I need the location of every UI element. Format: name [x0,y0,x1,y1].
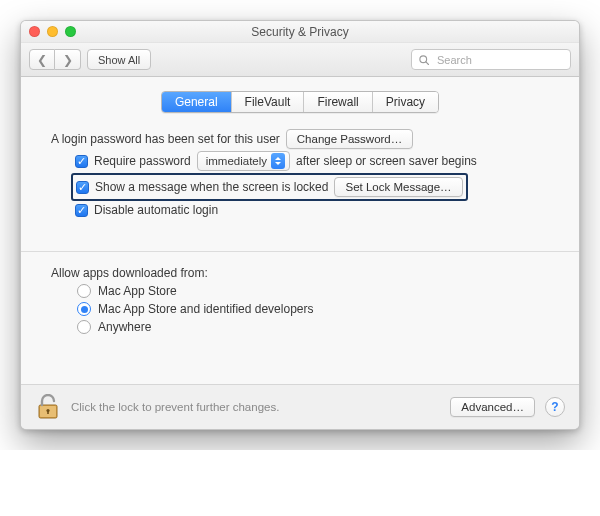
tab-general[interactable]: General [162,92,232,112]
help-button[interactable]: ? [545,397,565,417]
require-password-label: Require password [94,154,191,168]
allow-apps-heading: Allow apps downloaded from: [51,266,557,280]
radio-mac-app-store[interactable] [77,284,91,298]
nav-buttons: ❮ ❯ [29,49,81,70]
minimize-icon[interactable] [47,26,58,37]
login-password-text: A login password has been set for this u… [51,132,280,146]
tab-firewall[interactable]: Firewall [304,92,372,112]
forward-button[interactable]: ❯ [55,49,81,70]
window-title: Security & Privacy [251,25,348,39]
radio-identified-developers[interactable] [77,302,91,316]
footer: Click the lock to prevent further change… [21,384,579,429]
maximize-icon[interactable] [65,26,76,37]
login-password-section: A login password has been set for this u… [43,129,557,217]
search-input[interactable] [435,53,577,67]
preferences-window: Security & Privacy ❮ ❯ Show All General … [20,20,580,430]
advanced-button[interactable]: Advanced… [450,397,535,417]
allow-apps-section: Allow apps downloaded from: Mac App Stor… [51,266,557,334]
disable-auto-login-checkbox[interactable]: ✓ [75,204,88,217]
show-all-button[interactable]: Show All [87,49,151,70]
stepper-icon [271,153,285,169]
change-password-button[interactable]: Change Password… [286,129,413,149]
radio-label-2: Anywhere [98,320,151,334]
require-password-checkbox[interactable]: ✓ [75,155,88,168]
chevron-right-icon: ❯ [63,54,73,66]
svg-line-1 [426,61,429,64]
titlebar: Security & Privacy [21,21,579,43]
show-message-label: Show a message when the screen is locked [95,180,328,194]
tab-privacy[interactable]: Privacy [373,92,438,112]
radio-label-1: Mac App Store and identified developers [98,302,313,316]
lock-help-text: Click the lock to prevent further change… [71,401,440,413]
require-password-tail: after sleep or screen saver begins [296,154,477,168]
content-pane: General FileVault Firewall Privacy A log… [21,77,579,384]
tab-filevault[interactable]: FileVault [232,92,305,112]
tabs: General FileVault Firewall Privacy [161,91,439,113]
toolbar: ❮ ❯ Show All [21,43,579,77]
show-message-row-highlight: ✓ Show a message when the screen is lock… [71,173,468,201]
traffic-lights [29,26,76,37]
allow-apps-radio-group: Mac App Store Mac App Store and identifi… [77,284,557,334]
lock-icon[interactable] [35,394,61,420]
radio-label-0: Mac App Store [98,284,177,298]
show-message-checkbox[interactable]: ✓ [76,181,89,194]
close-icon[interactable] [29,26,40,37]
chevron-left-icon: ❮ [37,54,47,66]
svg-rect-5 [47,411,49,415]
require-password-delay-popup[interactable]: immediately [197,151,290,171]
require-password-delay-value: immediately [206,155,267,167]
radio-anywhere[interactable] [77,320,91,334]
back-button[interactable]: ❮ [29,49,55,70]
disable-auto-login-label: Disable automatic login [94,203,218,217]
divider [21,251,579,252]
set-lock-message-button[interactable]: Set Lock Message… [334,177,462,197]
search-field[interactable] [411,49,571,70]
search-icon [418,54,430,66]
